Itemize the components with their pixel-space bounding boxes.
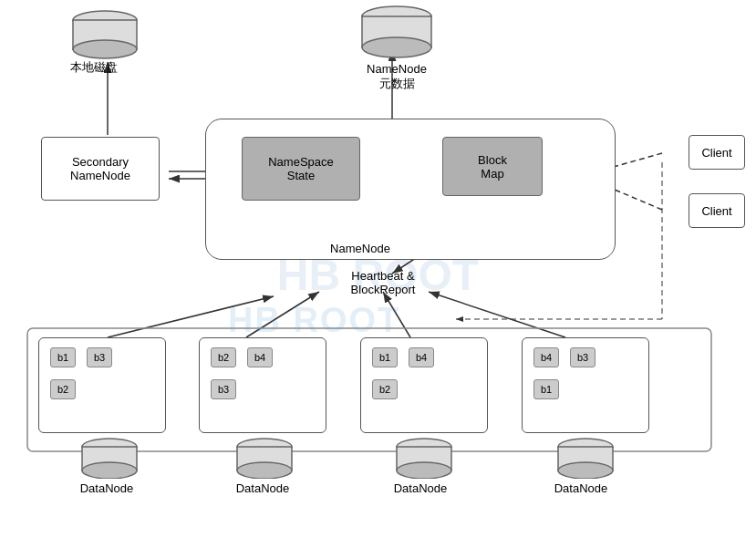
datanode4-cylinder <box>554 438 617 479</box>
datanode2-container: b2 b4 b3 <box>199 337 326 433</box>
datanode3-container: b1 b4 b2 <box>360 337 488 433</box>
local-disk-cylinder <box>68 9 141 59</box>
block-b3-dn4: b3 <box>570 347 595 367</box>
svg-point-22 <box>362 37 431 57</box>
block-b2-dn1: b2 <box>50 379 76 399</box>
svg-line-15 <box>429 292 565 337</box>
block-b1-dn3: b1 <box>372 347 398 367</box>
svg-point-25 <box>82 462 137 479</box>
client1-box: Client <box>689 135 745 170</box>
datanode2-label: DataNode <box>222 481 304 495</box>
svg-point-31 <box>397 462 451 479</box>
svg-point-19 <box>73 40 137 58</box>
datanode1-container: b1 b3 b2 <box>38 337 166 433</box>
datanode1-cylinder <box>78 438 141 479</box>
block-b4-dn3: b4 <box>409 347 434 367</box>
svg-point-28 <box>237 462 292 479</box>
datanode4-container: b4 b3 b1 <box>522 337 649 433</box>
namespace-state-label: NameSpace State <box>268 155 334 182</box>
client2-label: Client <box>701 204 731 218</box>
datanode4-label: DataNode <box>540 481 622 495</box>
secondary-namenode-box: Secondary NameNode <box>41 137 160 201</box>
datanode2-cylinder <box>233 438 296 479</box>
block-b3-dn1: b3 <box>87 347 112 367</box>
block-b2-dn3: b2 <box>372 379 398 399</box>
svg-line-12 <box>108 296 274 337</box>
datanode1-label: DataNode <box>66 481 148 495</box>
svg-point-34 <box>558 462 613 479</box>
namenode-metadata-label: NameNode 元数据 <box>347 62 447 92</box>
datanode3-label: DataNode <box>379 481 461 495</box>
svg-line-14 <box>383 292 410 337</box>
svg-line-13 <box>246 292 319 337</box>
block-b4-dn4: b4 <box>533 347 559 367</box>
block-map-box: Block Map <box>442 137 543 196</box>
block-map-label: Block Map <box>478 153 507 181</box>
local-disk-label: 本地磁盘 <box>53 59 135 76</box>
namenode-label: NameNode <box>315 242 406 255</box>
client2-box: Client <box>689 193 745 228</box>
namenode-metadata-cylinder <box>356 5 438 59</box>
client1-label: Client <box>701 146 731 160</box>
block-b3-dn2: b3 <box>211 379 236 399</box>
block-b1-dn1: b1 <box>50 347 76 367</box>
namespace-state-box: NameSpace State <box>242 137 360 201</box>
heartbeat-label: Heartbeat & BlockReport <box>310 269 456 296</box>
datanode3-cylinder <box>392 438 456 479</box>
block-b2-dn2: b2 <box>211 347 236 367</box>
watermark-text: HB ROOT <box>228 301 400 340</box>
secondary-namenode-label: Secondary NameNode <box>70 155 130 182</box>
block-b1-dn4: b1 <box>533 379 559 399</box>
block-b4-dn2: b4 <box>247 347 273 367</box>
